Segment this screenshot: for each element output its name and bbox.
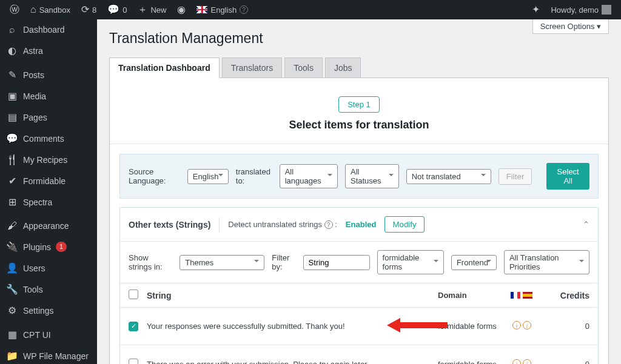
table-row[interactable]: Your responses were successfully submitt… [120,308,598,345]
domain-filter-select[interactable]: formidable forms [377,250,444,274]
menu-label: Plugins [23,242,51,252]
source-lang-label: Source Language: [129,167,180,185]
sidebar-item-users[interactable]: 👤Users [0,257,97,279]
menu-label: Dashboard [23,25,65,35]
step-title: Select items for translation [119,119,599,131]
sidebar-item-pages[interactable]: ▤Pages [0,107,97,128]
modify-button[interactable]: Modify [384,216,424,233]
sidebar-item-posts[interactable]: ✎Posts [0,64,97,85]
menu-label: Appearance [23,221,69,231]
sidebar-item-settings[interactable]: ⚙Settings [0,300,97,321]
status-es-icon[interactable] [523,359,531,364]
status-fr-icon[interactable] [512,359,521,364]
wpml-icon-bar[interactable]: ◉ [172,0,190,19]
row-checkbox[interactable] [129,359,138,364]
tab-tools[interactable]: Tools [284,58,323,78]
filter-bar: Source Language: English translated to: … [119,154,599,199]
site-name: Sandbox [39,5,70,15]
sidebar-item-spectra[interactable]: ⊞Spectra [0,191,97,213]
domain-text: formidable forms [438,322,511,331]
filter-by-label: Filter by: [272,253,295,271]
site-link[interactable]: ⌂Sandbox [25,0,75,19]
menu-label: Settings [23,306,54,316]
enabled-link[interactable]: Enabled [346,220,377,229]
context-filter-select[interactable]: Frontend [451,255,497,270]
select-all-checkbox[interactable] [129,290,138,299]
sidebar-item-tools[interactable]: 🔧Tools [0,279,97,300]
extra-filter-select[interactable]: Not translated [406,169,491,184]
tab-jobs[interactable]: Jobs [325,58,361,78]
tab-translators[interactable]: Translators [222,58,283,78]
status-select[interactable]: All Statuses [345,164,399,188]
menu-icon: 🖌 [6,220,18,231]
credits-text: 0 [541,322,589,331]
screen-options-button[interactable]: Screen Options ▾ [532,19,609,34]
menu-icon: ◐ [6,45,18,56]
status-icons [511,359,541,364]
menu-label: CPT UI [23,330,51,340]
menu-icon: 🔧 [6,283,18,295]
show-strings-label: Show strings in: [129,253,172,271]
strings-panel: Other texts (Strings) Detect untranslate… [119,207,599,364]
priority-filter-select[interactable]: All Translation Priorities [504,250,589,274]
col-flags [511,291,541,300]
col-credits: Credits [541,291,589,300]
status-fr-icon[interactable] [512,321,521,329]
menu-icon: ▣ [6,90,18,102]
sidebar-item-appearance[interactable]: 🖌Appearance [0,216,97,236]
menu-label: Formidable [23,176,65,186]
filter-by-input[interactable] [303,255,370,270]
table-row[interactable]: There was an error with your submission.… [120,345,598,364]
nav-tabs: Translation DashboardTranslatorsToolsJob… [109,58,609,78]
comments-link[interactable]: 💬0 [102,0,132,19]
translated-to-select[interactable]: All languages [280,164,338,188]
tab-body: Step 1 Select items for translation Sour… [109,78,609,364]
language-switch[interactable]: English? [192,0,253,19]
row-checkbox[interactable] [129,322,138,331]
fr-flag-icon [511,292,520,299]
menu-icon: 💬 [6,133,18,144]
collapse-icon[interactable]: ⌃ [583,220,589,229]
sidebar-item-plugins[interactable]: 🔌Plugins1 [0,236,97,257]
panel-title: Other texts (Strings) [129,220,210,230]
new-content[interactable]: ＋New [133,0,171,19]
status-es-icon[interactable] [523,321,531,329]
sidebar-item-formidable[interactable]: ✔Formidable [0,170,97,191]
user-menu[interactable]: Howdy, demo [546,0,616,19]
menu-label: Comments [23,134,64,144]
show-strings-select[interactable]: Themes [180,255,264,270]
menu-label: Pages [23,113,47,122]
es-flag-icon [523,292,532,299]
sidebar-item-cpt-ui[interactable]: ▦CPT UI [0,324,97,345]
menu-icon: ▦ [6,329,18,340]
col-string[interactable]: String [147,291,438,300]
string-text: There was an error with your submission.… [147,360,438,364]
ai-icon-bar[interactable]: ✦ [527,0,545,19]
source-lang-select[interactable]: English [187,169,229,184]
updates-link[interactable]: ⟳8 [76,0,101,19]
menu-icon: 🍴 [6,154,18,165]
sidebar-item-dashboard[interactable]: ⌕Dashboard [0,19,97,40]
step-badge: Step 1 [338,96,380,113]
divider [219,217,220,232]
admin-sidebar: ⌕Dashboard◐Astra✎Posts▣Media▤Pages💬Comme… [0,19,97,364]
menu-icon: ✔ [6,175,18,187]
string-text: Your responses were successfully submitt… [147,322,438,331]
menu-label: Media [23,91,46,101]
menu-icon: ▤ [6,111,18,123]
sidebar-item-wp-file-manager[interactable]: 📁WP File Manager [0,345,97,364]
help-icon[interactable]: ? [324,220,333,229]
filter-button[interactable]: Filter [498,168,532,185]
menu-icon: ⚙ [6,305,18,316]
wp-logo[interactable]: ⓦ [5,0,24,19]
domain-text: formidable forms [438,360,511,364]
sidebar-item-media[interactable]: ▣Media [0,85,97,107]
select-all-button[interactable]: Select All [546,163,589,190]
sidebar-item-comments[interactable]: 💬Comments [0,128,97,149]
menu-icon: ⊞ [6,196,18,208]
sidebar-item-astra[interactable]: ◐Astra [0,40,97,61]
tab-translation-dashboard[interactable]: Translation Dashboard [109,58,220,78]
sidebar-item-my-recipes[interactable]: 🍴My Recipes [0,149,97,170]
wpml-icon: ◉ [177,5,186,15]
menu-label: Posts [23,70,44,80]
